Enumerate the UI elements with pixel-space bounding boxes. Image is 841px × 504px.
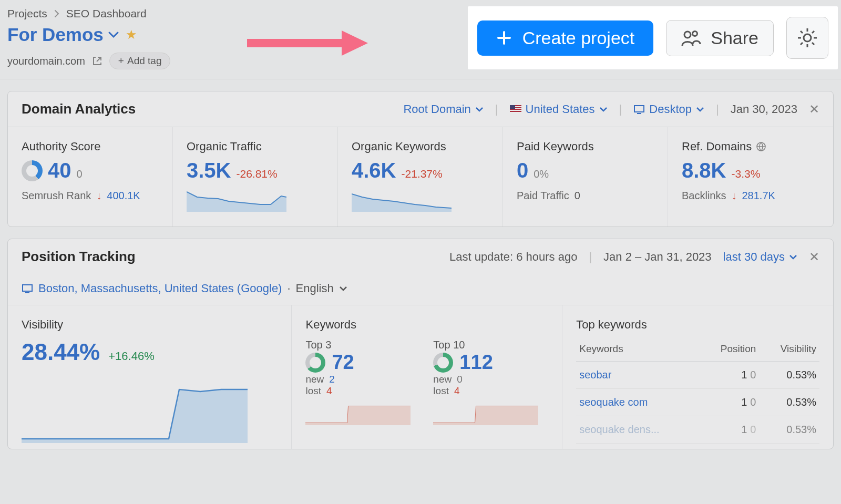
- breadcrumb-separator-icon: [54, 10, 60, 17]
- share-label: Share: [711, 28, 758, 48]
- scope-label: Root Domain: [403, 102, 470, 116]
- metric-label: Ref. Domains: [682, 140, 819, 153]
- page-title[interactable]: For Demos: [7, 24, 119, 45]
- table-row: seobar 10 0.53%: [576, 362, 819, 389]
- breadcrumb-page[interactable]: SEO Dashboard: [66, 7, 147, 20]
- top-keywords-table: Keywords Position Visibility seobar 10 0…: [576, 339, 819, 444]
- pos-a: 1: [741, 396, 747, 408]
- new-value: 0: [457, 374, 463, 385]
- divider: |: [716, 102, 719, 116]
- add-tag-button[interactable]: + Add tag: [109, 53, 171, 69]
- lost-value: 4: [326, 385, 332, 397]
- top10-value: 112: [459, 351, 493, 374]
- svg-point-0: [684, 32, 691, 38]
- visibility-chart: [22, 380, 248, 443]
- create-project-button[interactable]: Create project: [477, 20, 654, 56]
- scope-dropdown[interactable]: Root Domain: [403, 102, 483, 116]
- keywords-label: Keywords: [305, 318, 548, 332]
- pos-a: 1: [741, 369, 747, 380]
- svg-rect-7: [23, 285, 32, 291]
- col-keywords[interactable]: Keywords: [576, 339, 700, 362]
- arrow-down-icon: ↓: [731, 190, 736, 202]
- location-text: Boston, Massachusetts, United States (Go…: [38, 282, 282, 295]
- domain-analytics-card: Domain Analytics Root Domain | United St…: [7, 91, 834, 227]
- date-preset-dropdown[interactable]: last 30 days: [723, 250, 797, 264]
- top10-label: Top 10: [433, 339, 548, 351]
- metric-delta: -26.81%: [237, 168, 278, 180]
- footer-label: Semrush Rank: [22, 190, 91, 202]
- trend-chart: [305, 400, 411, 425]
- divider: |: [619, 102, 622, 116]
- us-flag-icon: [510, 105, 521, 113]
- create-project-label: Create project: [522, 28, 635, 48]
- visibility-value: 28.44%: [22, 339, 100, 365]
- location-selector[interactable]: Boston, Massachusetts, United States (Go…: [8, 274, 833, 305]
- breadcrumb-root[interactable]: Projects: [7, 7, 47, 20]
- project-name: For Demos: [7, 24, 104, 45]
- lost-label: lost: [433, 385, 449, 397]
- chevron-down-icon: [475, 106, 484, 112]
- last-update-label: Last update: 6 hours ago: [449, 250, 577, 264]
- top-keywords-column: Top keywords Keywords Position Visibilit…: [562, 305, 833, 449]
- language-text: English: [296, 282, 334, 295]
- gear-icon: [796, 26, 819, 49]
- metric-value: 8.8K: [682, 159, 726, 182]
- pos-b: 0: [750, 424, 756, 435]
- top3-value: 72: [332, 351, 354, 374]
- metric-label: Organic Keywords: [352, 140, 489, 153]
- plus-icon: +: [118, 55, 124, 67]
- metric-delta: -3.3%: [732, 168, 761, 180]
- col-visibility[interactable]: Visibility: [759, 339, 819, 362]
- donut-chart-icon: [433, 353, 453, 373]
- divider: |: [589, 250, 592, 264]
- donut-chart-icon: [305, 353, 325, 373]
- star-icon[interactable]: ★: [126, 27, 137, 42]
- position-tracking-card: Position Tracking Last update: 6 hours a…: [7, 239, 834, 449]
- chevron-down-icon: [789, 254, 797, 260]
- metric-value: 4.6K: [352, 159, 396, 182]
- device-dropdown[interactable]: Desktop: [633, 102, 704, 116]
- keyword-link[interactable]: seobar: [579, 369, 611, 380]
- domain-analytics-title: Domain Analytics: [22, 101, 136, 117]
- top3-block: Top 3 72 new2 lost4: [305, 339, 420, 425]
- arrow-down-icon: ↓: [96, 190, 101, 202]
- sparkline-chart: [187, 190, 286, 212]
- plus-icon: [496, 30, 512, 46]
- globe-icon: [756, 141, 766, 152]
- region-dropdown[interactable]: United States: [510, 102, 608, 116]
- footer-value[interactable]: 281.7K: [742, 190, 775, 202]
- sparkline-chart: [352, 190, 452, 212]
- settings-button[interactable]: [786, 17, 828, 59]
- domain-text[interactable]: yourdomain.com: [7, 55, 85, 67]
- pos-a: 1: [741, 424, 747, 435]
- action-bar: Create project Share: [468, 6, 838, 69]
- share-icon: [681, 29, 701, 47]
- new-label: new: [305, 374, 324, 385]
- new-label: new: [433, 374, 452, 385]
- top-keywords-label: Top keywords: [576, 318, 819, 332]
- metric-organic-keywords: Organic Keywords 4.6K -21.37%: [338, 127, 503, 227]
- metric-label: Organic Traffic: [187, 140, 324, 153]
- metric-label: Authority Score: [22, 140, 159, 153]
- metric-sub: 0: [77, 168, 83, 180]
- pos-b: 0: [750, 396, 756, 408]
- keyword-link[interactable]: seoquake dens...: [579, 424, 659, 435]
- close-icon[interactable]: ✕: [809, 250, 819, 264]
- col-position[interactable]: Position: [700, 339, 760, 362]
- trend-chart: [433, 400, 538, 425]
- table-row: seoquake dens... 10 0.53%: [576, 416, 819, 444]
- keyword-link[interactable]: seoquake com: [579, 396, 648, 408]
- footer-value[interactable]: 400.1K: [107, 190, 140, 202]
- close-icon[interactable]: ✕: [809, 102, 819, 117]
- vis-value: 0.53%: [759, 362, 819, 389]
- chevron-down-icon[interactable]: [108, 30, 119, 39]
- footer-label: Paid Traffic: [517, 190, 569, 202]
- external-link-icon[interactable]: [93, 56, 102, 66]
- metric-organic-traffic: Organic Traffic 3.5K -26.81%: [173, 127, 338, 227]
- chevron-down-icon: [696, 106, 704, 112]
- metric-label-text: Ref. Domains: [682, 140, 752, 153]
- chevron-down-icon: [599, 106, 608, 112]
- share-button[interactable]: Share: [666, 20, 774, 56]
- donut-chart-icon: [22, 160, 43, 181]
- divider: |: [495, 102, 498, 116]
